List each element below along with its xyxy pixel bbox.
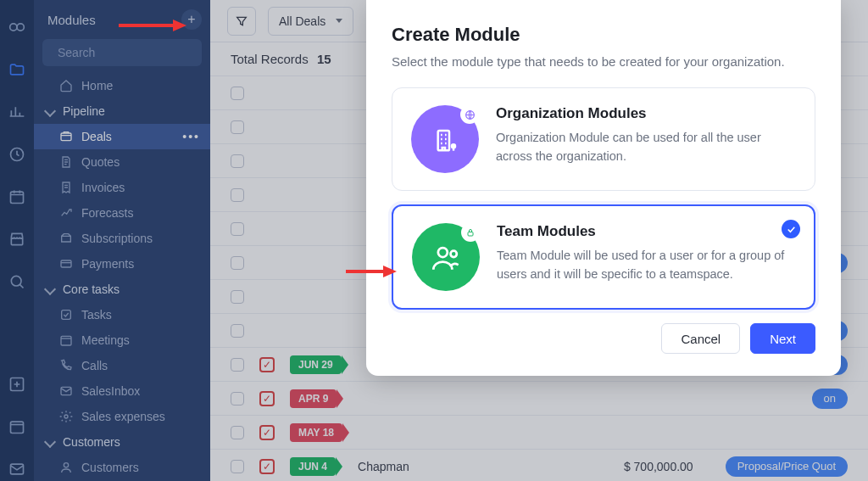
next-button[interactable]: Next — [750, 323, 815, 354]
org-module-desc: Organization Module can be used for all … — [496, 129, 796, 166]
create-module-modal: Create Module Select the module type tha… — [366, 0, 841, 376]
team-icon — [412, 223, 480, 291]
svg-rect-21 — [468, 232, 473, 237]
globe-icon — [460, 105, 479, 124]
organization-icon — [411, 105, 479, 173]
modal-subtitle: Select the module type that needs to be … — [392, 54, 815, 69]
org-module-title: Organization Modules — [496, 105, 796, 122]
svg-point-20 — [451, 251, 457, 257]
svg-point-17 — [452, 144, 455, 148]
lock-icon — [461, 223, 480, 242]
module-type-organization[interactable]: Organization Modules Organization Module… — [392, 87, 815, 191]
selected-check-icon — [782, 220, 800, 238]
svg-point-19 — [438, 248, 448, 257]
team-module-desc: Team Module will be used for a user or f… — [497, 247, 795, 284]
cancel-button[interactable]: Cancel — [661, 323, 740, 354]
module-type-team[interactable]: Team Modules Team Module will be used fo… — [392, 204, 815, 310]
team-module-title: Team Modules — [497, 223, 795, 240]
modal-title: Create Module — [392, 24, 815, 46]
